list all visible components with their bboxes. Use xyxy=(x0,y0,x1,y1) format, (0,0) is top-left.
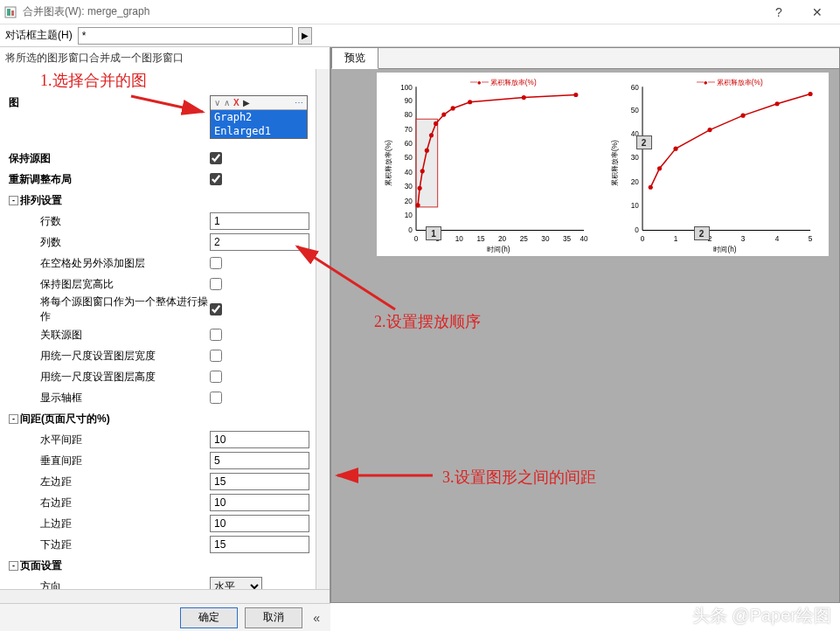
svg-point-29 xyxy=(416,203,420,207)
keep-source-checkbox[interactable] xyxy=(210,152,222,164)
keep-aspect-checkbox[interactable] xyxy=(210,278,222,290)
link-source-checkbox[interactable] xyxy=(210,329,222,341)
svg-text:0: 0 xyxy=(640,235,644,243)
spacing-section[interactable]: -间距(页面尺寸的%) xyxy=(5,408,328,429)
theme-dropdown-button[interactable]: ▶ xyxy=(298,27,312,45)
chart-1: 0102030405060708090100 0510152025303540 … xyxy=(377,73,603,256)
titlebar: 合并图表(W): merge_graph ? ✕ xyxy=(0,0,840,24)
window-title: 合并图表(W): merge_graph xyxy=(23,4,760,19)
keep-source-label: 保持源图 xyxy=(9,151,210,166)
svg-text:0: 0 xyxy=(408,226,413,234)
rows-label: 行数 xyxy=(9,214,210,229)
svg-point-36 xyxy=(451,106,455,110)
sel-down-icon[interactable]: ∨ xyxy=(214,98,220,107)
top-input[interactable] xyxy=(210,515,309,532)
add-layer-checkbox[interactable] xyxy=(210,257,222,269)
sel-more-icon[interactable]: ⋯ xyxy=(295,98,303,107)
cols-input[interactable] xyxy=(210,233,309,251)
ok-button[interactable]: 确定 xyxy=(180,607,238,628)
button-row: 确定 取消 « xyxy=(0,603,330,631)
vgap-input[interactable] xyxy=(210,452,309,469)
page-section[interactable]: -页面设置 xyxy=(5,555,328,576)
svg-rect-2 xyxy=(11,10,14,16)
svg-text:20: 20 xyxy=(405,198,413,205)
svg-text:20: 20 xyxy=(498,235,507,243)
svg-text:60: 60 xyxy=(630,84,639,92)
svg-text:3: 3 xyxy=(740,235,745,243)
chart-label-2b: 2 xyxy=(694,226,710,240)
svg-text:80: 80 xyxy=(405,111,413,119)
sel-play-icon[interactable]: ▶ xyxy=(243,98,250,107)
unify-w-checkbox[interactable] xyxy=(210,350,222,362)
theme-input[interactable] xyxy=(78,27,293,45)
link-source-label: 关联源图 xyxy=(9,328,210,343)
svg-text:35: 35 xyxy=(563,235,572,243)
add-layer-label: 在空格处另外添加图层 xyxy=(9,256,210,271)
rearrange-checkbox[interactable] xyxy=(210,173,222,185)
help-button[interactable]: ? xyxy=(760,0,798,24)
right-input[interactable] xyxy=(210,494,309,511)
svg-text:40: 40 xyxy=(405,169,413,177)
sel-up-icon[interactable]: ∧ xyxy=(224,98,230,107)
svg-point-61 xyxy=(707,128,712,132)
svg-text:25: 25 xyxy=(520,235,529,243)
chart-label-2a: 2 xyxy=(636,135,652,149)
chart-2: 0102030405060 012345 时间(h) 累积释放率(%) ━●━ … xyxy=(603,73,830,256)
left-input[interactable] xyxy=(210,473,309,490)
svg-point-33 xyxy=(429,133,434,137)
preview-charts: 0102030405060708090100 0510152025303540 … xyxy=(377,73,829,256)
svg-text:30: 30 xyxy=(630,154,639,162)
svg-text:━●━ 累积释放率(%): ━●━ 累积释放率(%) xyxy=(696,79,762,87)
cols-label: 列数 xyxy=(9,235,210,250)
show-axis-checkbox[interactable] xyxy=(210,392,222,404)
svg-point-37 xyxy=(468,100,472,104)
collapse-icon[interactable]: - xyxy=(9,414,18,424)
svg-text:15: 15 xyxy=(476,235,485,243)
graph-selector[interactable]: ∨ ∧ X ▶ ⋯ Graph2 Enlarged1 xyxy=(210,95,308,139)
vgap-label: 垂直间距 xyxy=(9,454,210,468)
svg-text:累积释放率(%): 累积释放率(%) xyxy=(611,140,619,186)
tab-preview[interactable]: 预览 xyxy=(331,47,378,69)
svg-text:30: 30 xyxy=(405,183,413,191)
left-label: 左边距 xyxy=(9,475,210,489)
theme-bar: 对话框主题(H) ▶ xyxy=(0,24,840,47)
treat-whole-label: 将每个源图窗口作为一个整体进行操作 xyxy=(9,295,210,324)
svg-text:50: 50 xyxy=(630,107,639,114)
arrange-section[interactable]: -排列设置 xyxy=(5,190,328,211)
collapse-icon[interactable]: - xyxy=(9,196,18,205)
svg-point-39 xyxy=(573,93,578,97)
cancel-button[interactable]: 取消 xyxy=(245,607,302,628)
preview-area: 0102030405060708090100 0510152025303540 … xyxy=(331,69,839,602)
collapse-panel-icon[interactable]: « xyxy=(309,611,323,625)
graph-item[interactable]: Graph2 xyxy=(211,110,307,124)
svg-text:70: 70 xyxy=(405,126,413,134)
svg-text:━●━ 累积释放率(%): ━●━ 累积释放率(%) xyxy=(470,79,537,87)
unify-w-label: 用统一尺度设置图层宽度 xyxy=(9,349,210,364)
scrollbar-vertical[interactable] xyxy=(316,69,330,589)
close-button[interactable]: ✕ xyxy=(798,0,837,24)
sel-remove-icon[interactable]: X xyxy=(233,98,240,107)
unify-h-label: 用统一尺度设置图层高度 xyxy=(9,370,210,385)
svg-text:100: 100 xyxy=(400,84,413,92)
collapse-icon[interactable]: - xyxy=(9,561,18,571)
rows-input[interactable] xyxy=(210,212,309,230)
svg-text:10: 10 xyxy=(455,235,464,243)
scrollbar-horizontal[interactable] xyxy=(0,589,330,603)
graph-item[interactable]: Enlarged1 xyxy=(211,124,307,138)
preview-panel: 预览 0102030405060708090100 05101520253035… xyxy=(330,47,840,603)
svg-text:累积释放率(%): 累积释放率(%) xyxy=(385,140,392,186)
treat-whole-checkbox[interactable] xyxy=(210,303,222,316)
svg-text:90: 90 xyxy=(405,97,413,105)
theme-label: 对话框主题(H) xyxy=(5,28,73,43)
svg-text:30: 30 xyxy=(541,235,550,243)
svg-point-32 xyxy=(425,149,429,153)
right-label: 右边距 xyxy=(9,496,210,510)
app-icon xyxy=(3,5,17,19)
bottom-input[interactable] xyxy=(210,536,309,553)
unify-h-checkbox[interactable] xyxy=(210,371,222,383)
hgap-input[interactable] xyxy=(210,431,309,448)
svg-point-35 xyxy=(441,113,446,117)
svg-text:10: 10 xyxy=(405,211,413,219)
svg-text:10: 10 xyxy=(630,202,639,210)
svg-point-34 xyxy=(434,121,438,126)
